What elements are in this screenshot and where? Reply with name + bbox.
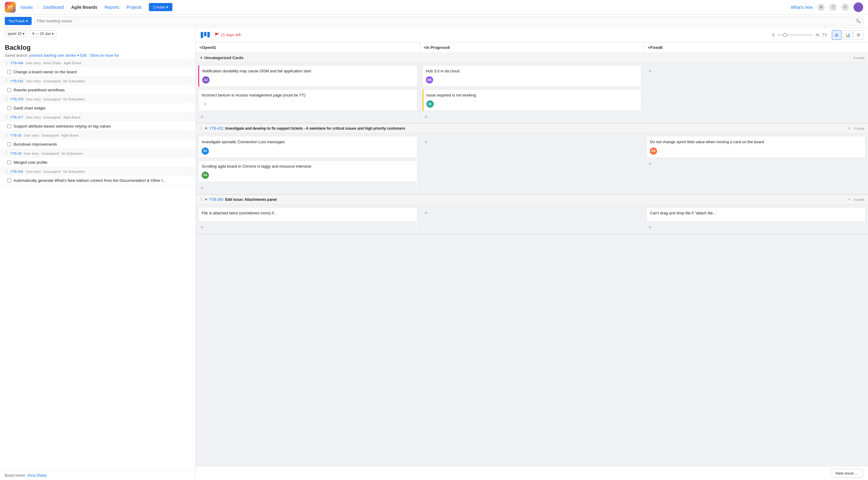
add-button[interactable]: + [187,159,191,165]
board-owner-bar: Board owner: Anna Zhdan [0,471,195,480]
collapse-icon[interactable]: ▼ [199,56,203,60]
saved-search-dropdown[interactable]: ▾ [77,53,79,58]
add-button[interactable]: + [187,142,191,147]
nav-dashboard[interactable]: Dashboard [41,4,67,11]
nav-agile-boards[interactable]: Agile Boards [69,4,99,11]
edit-icon[interactable]: ✏ [848,198,851,202]
settings-icon[interactable]: ⚙ [817,4,825,11]
item-title: Change a board owner on the board [13,70,179,74]
board-card[interactable]: Notification durability may cause OOM an… [198,65,417,87]
arrow-right-icon[interactable]: → [187,79,191,84]
create-button[interactable]: Create ▾ [149,3,173,11]
add-card-button[interactable]: + [423,139,430,146]
swimlane-id[interactable]: YTB-266 [209,198,223,202]
add-button[interactable]: + [187,105,191,111]
edit-button[interactable]: ✏ [181,178,186,183]
slider-thumb[interactable] [783,33,787,37]
board-card[interactable]: File is attached twice (sometimes more) … [198,207,417,221]
issue-type: User story [24,152,39,155]
date-range-select[interactable]: 9 — 20 Jan ▾ [30,30,56,37]
issue-id[interactable]: YTB-378 [10,97,23,101]
add-card-button[interactable]: + [198,224,206,231]
add-card-button[interactable]: + [423,210,430,217]
edit-button[interactable]: ✏ [181,123,186,129]
add-button[interactable]: + [187,123,191,129]
arrow-right-icon[interactable]: → [187,151,191,156]
show-on-issue-list-link[interactable]: Show on issue list [90,53,119,58]
add-card-button[interactable]: + [423,113,430,121]
nav-reports[interactable]: Reports [102,4,122,11]
card-view-icon[interactable]: ⊞ [832,30,841,40]
edit-button[interactable]: ✏ [181,142,186,147]
apps-icon[interactable]: ⠿ [841,4,849,11]
board-card[interactable]: Do not change sprint field value when mo… [647,136,866,158]
board-owner-link[interactable]: Anna Zhdan [27,473,47,478]
user-avatar[interactable] [854,2,863,12]
sprint-select[interactable]: sprint 33 ▾ [5,30,27,37]
add-button[interactable]: + [187,178,191,183]
edit-button[interactable]: ✏ [181,105,186,111]
chevron-down-icon: ▾ [52,32,54,36]
issue-id[interactable]: YTB-494 [10,61,23,65]
board-card[interactable]: Hub 3.0 in da cloud HB [423,65,642,87]
item-checkbox[interactable] [7,124,11,128]
add-button[interactable]: + [187,87,191,93]
issue-type: User story [26,116,41,119]
group-header: ⠿ YTB-378 User story Unassigned No Subsy… [0,95,195,103]
youtrack-dropdown[interactable]: YouTrack ▾ [5,17,32,25]
arrow-right-icon[interactable]: → [187,61,191,65]
add-card-button[interactable]: + [647,67,654,75]
item-checkbox[interactable] [7,88,11,92]
add-card-button[interactable]: + [198,113,206,121]
issue-id[interactable]: YTB-377 [10,116,23,119]
nav-projects[interactable]: Projects [124,4,144,11]
add-card-button[interactable]: + [198,184,206,192]
nav-issues[interactable]: Issues [18,4,35,11]
backlog-group: ⠿ YTB-40 User story Unassigned No Subsys… [0,149,195,167]
backlog-search[interactable]: 🔍 [34,17,863,26]
slider-track[interactable] [777,34,813,36]
swimlane-id[interactable]: YTB-422 [209,126,223,130]
board-card[interactable]: Scrolling agile board in Chrome is laggy… [198,160,417,182]
issue-id[interactable]: YTB-40 [10,152,22,155]
edit-button[interactable]: ✏ [181,159,186,165]
board-card[interactable]: issue.required is not working IR [423,89,642,111]
help-icon[interactable]: ? [830,4,837,11]
issue-id[interactable]: YTB-516 [10,79,23,83]
arrow-right-icon[interactable]: → [187,169,191,174]
issue-id[interactable]: YTB-36 [10,133,22,137]
saved-search-link[interactable]: youtrack backlog user stories [29,53,76,58]
item-checkbox[interactable] [7,142,11,146]
app-logo[interactable]: YT [5,2,16,13]
search-input[interactable] [37,19,856,23]
arrow-right-icon[interactable]: → [187,115,191,120]
issue-id[interactable]: YTB-505 [10,170,23,173]
add-card-button[interactable]: + [647,160,654,168]
item-checkbox[interactable] [7,70,11,74]
whats-new-link[interactable]: What's new [791,5,812,10]
saved-search-edit[interactable]: Edit [80,53,87,58]
group-header: ⠿ YTB-40 User story Unassigned No Subsys… [0,149,195,158]
flag-icon: 🚩 [215,33,219,37]
board-card[interactable]: Investigate sporadic Connection Lost mes… [198,136,417,158]
chart-view-icon[interactable]: 📊 [843,30,852,40]
group-header: ⠿ YTB-494 User story Anna Zhdan Agile Bo… [0,59,195,67]
collapse-icon[interactable]: ▼ [204,126,208,130]
item-checkbox[interactable] [7,179,11,182]
item-checkbox[interactable] [7,160,11,164]
sl422-fixed-cell: Do not change sprint field value when mo… [644,133,868,194]
board-card[interactable]: Incorrect favicon in Access management p… [198,89,417,111]
settings-view-icon[interactable]: ⚙ [854,30,863,40]
add-card-button[interactable]: + [647,224,654,231]
edit-button[interactable]: ✏ [181,69,186,75]
edit-button[interactable]: ✏ [181,87,186,93]
new-issue-button[interactable]: New issue ... [831,469,863,478]
edit-icon[interactable]: ✏ [848,126,851,130]
arrow-right-icon[interactable]: → [187,133,191,138]
arrow-right-icon[interactable]: → [187,97,191,101]
item-checkbox[interactable] [7,106,11,110]
add-button[interactable]: + [187,69,191,75]
add-sub-issue-icon[interactable]: + [202,100,209,108]
collapse-icon[interactable]: ▼ [204,198,208,202]
board-card[interactable]: Can't drag and drop file if "attach file… [647,207,866,221]
